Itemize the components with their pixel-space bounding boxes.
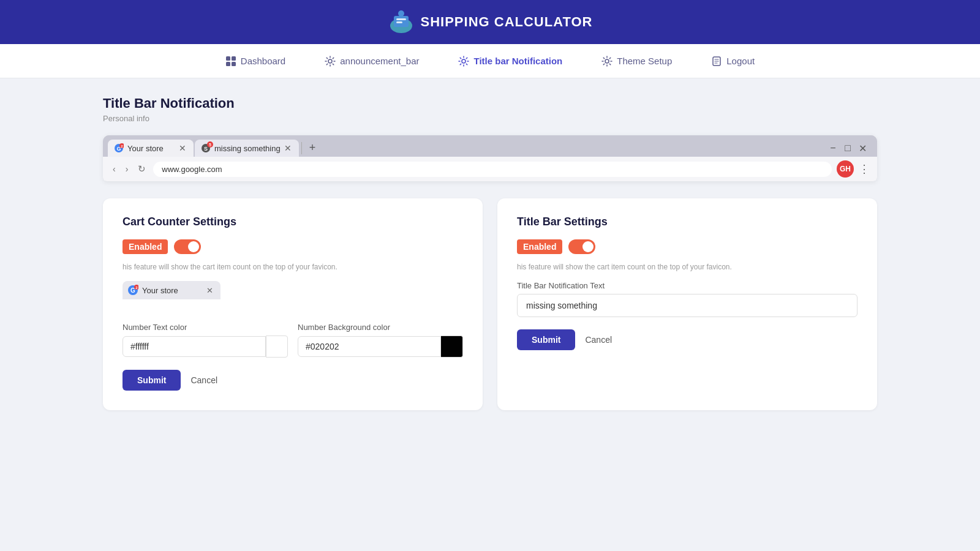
cart-counter-title: Cart Counter Settings [123,216,463,228]
brand-text: Shipping Calculator [421,14,593,30]
title-bar-toggle-row: Enabled [517,239,858,254]
svg-rect-6 [232,56,236,61]
minimize-icon[interactable]: − [828,143,838,153]
title-bar-notification-text-label: Title Bar Notification Text [517,281,858,290]
number-text-color-group: Number Text color [123,323,288,358]
title-bar-toggle[interactable] [568,239,595,254]
svg-text:S: S [204,146,208,152]
svg-rect-3 [396,21,402,23]
page-title: Title Bar Notification [103,96,877,111]
title-bar-toggle-track [568,239,595,254]
svg-rect-7 [226,62,230,66]
tab2-favicon: S 5 [201,143,211,153]
back-button[interactable]: ‹ [110,163,118,175]
logo-icon [388,9,415,36]
tab1-label: Your store [127,144,164,153]
number-bg-color-swatch[interactable] [441,335,463,358]
tab2-close-icon[interactable]: ✕ [284,144,292,152]
app-header: Shipping Calculator [0,0,980,44]
number-text-color-label: Number Text color [123,323,288,332]
gear-icon-3 [601,56,612,67]
number-text-color-swatch[interactable] [266,335,288,358]
tab-preview-container: G2 Your store ✕ [123,281,463,310]
cart-counter-toggle[interactable] [174,239,201,254]
color-fields-row: Number Text color Number Background colo… [123,323,463,358]
title-bar-card: Title Bar Settings Enabled his feature w… [497,198,877,410]
nav-theme-setup-label: Theme Setup [617,56,672,66]
tab1-favicon: G2 [114,143,124,153]
number-bg-color-group: Number Background color [298,323,463,358]
number-bg-color-input[interactable] [298,336,441,357]
browser-mockup: G2 Your store ✕ S 5 missing something ✕ … [103,135,877,181]
number-bg-color-label: Number Background color [298,323,463,332]
nav-title-bar-notification[interactable]: Title bar Notification [453,53,567,69]
tab-separator [301,142,302,154]
tab-preview-text: Your store [142,286,178,295]
browser-tab-missing[interactable]: S 5 missing something ✕ [195,140,299,157]
cart-counter-toggle-thumb [188,241,199,252]
svg-rect-8 [232,62,236,66]
nav-announcement-bar-label: announcement_bar [340,56,419,66]
title-bar-toggle-thumb [582,241,594,252]
title-bar-form-actions: Submit Cancel [517,329,858,350]
nav-logout-label: Logout [726,56,755,66]
refresh-button[interactable]: ↻ [135,162,148,176]
cart-counter-submit-button[interactable]: Submit [123,370,181,391]
svg-point-4 [398,10,404,17]
svg-point-10 [462,59,466,63]
tab1-close-icon[interactable]: ✕ [179,144,186,152]
cart-counter-card: Cart Counter Settings Enabled his featur… [103,198,483,410]
cart-counter-form-actions: Submit Cancel [123,370,463,391]
cart-counter-desc: his feature will show the cart item coun… [123,263,463,271]
cart-counter-toggle-track [174,239,201,254]
cart-counter-toggle-label: Enabled [123,239,168,254]
page-content: Title Bar Notification Personal info G2 … [74,78,907,440]
settings-grid: Cart Counter Settings Enabled his featur… [103,198,877,410]
tab2-label: missing something [214,144,281,153]
close-icon[interactable]: ✕ [858,143,867,153]
number-text-color-input-row [123,335,288,358]
title-bar-submit-button[interactable]: Submit [517,329,575,350]
number-text-color-input[interactable] [123,336,266,357]
page-subtitle: Personal info [103,114,877,123]
svg-point-9 [328,59,332,63]
tab-new-button[interactable]: + [304,139,321,157]
nav-theme-setup[interactable]: Theme Setup [597,53,677,69]
title-bar-notification-text-group: Title Bar Notification Text [517,281,858,317]
title-bar-cancel-button[interactable]: Cancel [585,335,612,345]
navbar: Dashboard announcement_bar Title bar Not… [0,44,980,78]
gear-icon-1 [325,56,336,67]
grid-icon [225,56,236,67]
browser-tab-yourstore[interactable]: G2 Your store ✕ [108,140,194,157]
browser-menu-icon[interactable]: ⋮ [859,162,870,176]
tab-preview: G2 Your store ✕ [123,281,221,299]
tab-preview-close-icon[interactable]: ✕ [206,286,213,295]
browser-address-bar: ‹ › ↻ GH ⋮ [103,157,877,181]
forward-button[interactable]: › [123,163,131,175]
nav-announcement-bar[interactable]: announcement_bar [320,53,424,69]
nav-logout[interactable]: Logout [706,53,760,69]
svg-rect-5 [226,56,230,61]
browser-window-controls: − □ ✕ [828,143,872,157]
number-bg-color-input-row [298,335,463,358]
title-bar-notification-text-input[interactable] [517,294,858,317]
cart-counter-toggle-row: Enabled [123,239,463,254]
title-bar-toggle-label: Enabled [517,239,562,254]
gear-icon-2 [458,56,469,67]
cart-counter-cancel-button[interactable]: Cancel [190,375,217,385]
title-bar-settings-title: Title Bar Settings [517,216,858,228]
nav-dashboard[interactable]: Dashboard [221,53,290,69]
nav-title-bar-notification-label: Title bar Notification [473,56,562,66]
tab-preview-favicon: G2 [127,285,138,296]
brand: Shipping Calculator [388,9,593,36]
doc-icon [711,56,722,67]
nav-dashboard-label: Dashboard [241,56,285,66]
address-input[interactable] [153,162,832,177]
title-bar-desc: his feature will show the cart item coun… [517,263,858,271]
user-avatar: GH [837,160,854,178]
browser-tabs-bar: G2 Your store ✕ S 5 missing something ✕ … [103,135,877,157]
svg-rect-2 [396,18,406,20]
svg-point-11 [605,59,609,63]
maximize-icon[interactable]: □ [843,143,853,153]
